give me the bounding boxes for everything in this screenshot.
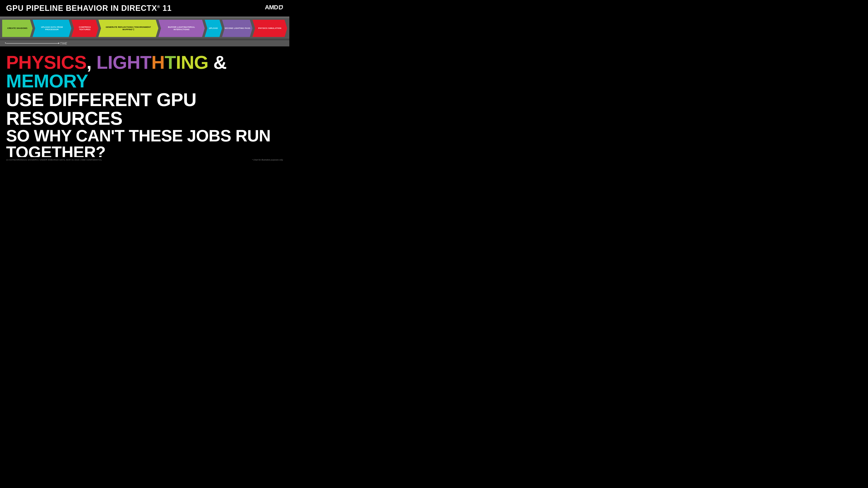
pipeline-items: CREATE SHADOWS UPLOAD DATA FROM PROCESSO… <box>0 20 289 37</box>
pipeline-item-physics-sim: PHYSICS SIMULATION <box>252 20 287 37</box>
timeline-top-stripe <box>0 17 289 18</box>
pipeline-item-second: SECOND LIGHTING PASS <box>222 20 252 37</box>
text-light: LIGHT <box>96 52 151 73</box>
text-h: H <box>151 52 164 73</box>
main-content: PHYSICS, LIGHTHTING & MEMORY USE DIFFERE… <box>0 46 289 163</box>
amd-logo-text: AMD <box>265 4 278 11</box>
timeline-bottom-stripe <box>0 39 289 40</box>
amd-logo: AMD <box>265 4 283 11</box>
text-ing: ING <box>176 52 208 73</box>
footer: 13 ASYNCHRONOUS SHADERS | UNDER EMBARGO … <box>0 157 289 163</box>
pipeline-item-create-shadows: CREATE SHADOWS <box>2 20 33 37</box>
headline-line3: SO WHY CAN'T THESE JOBS RUN TOGETHER? <box>6 128 283 161</box>
headline-line1: PHYSICS, LIGHTHTING & MEMORY <box>6 53 283 90</box>
text-t: T <box>164 52 176 73</box>
time-arrow <box>6 43 58 43</box>
text-memory: MEMORY <box>6 70 88 91</box>
pipeline-item-upload-data: UPLOAD DATA FROM PROCESSOR <box>33 20 71 37</box>
pipeline-item-buffer: BUFFER LIGHT/MATERIAL INTERACTIONS <box>158 20 205 37</box>
page-title: GPU PIPELINE BEHAVIOR IN DIRECTX® 11 <box>6 4 172 12</box>
pipeline-item-compress: COMPRESS TEXTURES <box>71 20 98 37</box>
timeline-bar: CREATE SHADOWS UPLOAD DATA FROM PROCESSO… <box>0 17 289 40</box>
pipeline-item-generate: GENERATE REFLECTIONS ("ENVIRONMENT MAPPI… <box>98 20 158 37</box>
timeline-section: CREATE SHADOWS UPLOAD DATA FROM PROCESSO… <box>0 17 289 46</box>
headline-line2: USE DIFFERENT GPU RESOURCES <box>6 90 283 128</box>
pipeline-item-upload2: UPLOAD <box>205 20 222 37</box>
footer-left: 13 ASYNCHRONOUS SHADERS | UNDER EMBARGO … <box>6 159 102 161</box>
time-row: TIME <box>0 40 289 46</box>
text-physics: PHYSICS <box>6 52 87 73</box>
time-line <box>6 43 58 43</box>
time-label: TIME <box>60 42 67 45</box>
amd-logo-icon <box>278 5 283 10</box>
footer-right: * Chart for illustrative purposes only. <box>252 159 283 161</box>
header: GPU PIPELINE BEHAVIOR IN DIRECTX® 11 AMD <box>0 0 289 15</box>
